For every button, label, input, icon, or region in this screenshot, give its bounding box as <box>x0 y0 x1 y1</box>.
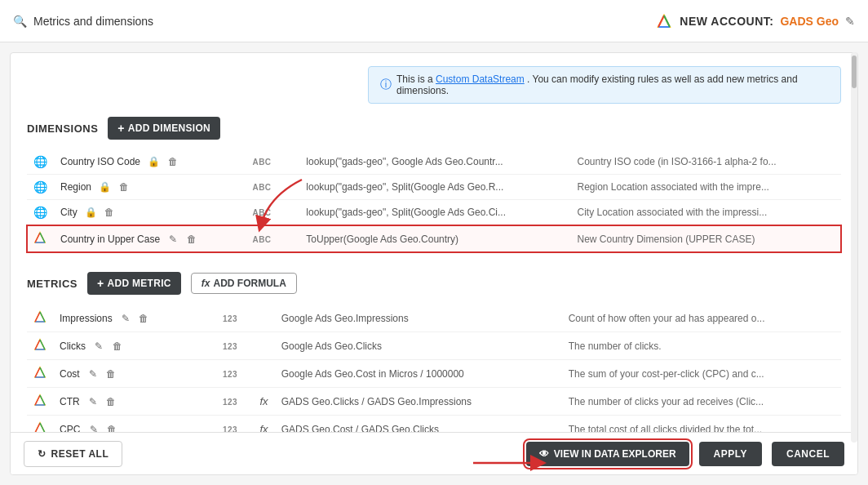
globe-icon: 🌐 <box>33 180 47 194</box>
globe-icon: 🌐 <box>33 155 47 168</box>
top-bar: 🔍 Metrics and dimensions NEW ACCOUNT: GA… <box>0 0 868 42</box>
type-badge: ABC <box>252 183 271 192</box>
trash-icon[interactable]: 🗑 <box>104 394 117 409</box>
trash-icon[interactable]: 🗑 <box>111 339 124 354</box>
svg-marker-9 <box>35 312 45 322</box>
add-metric-button[interactable]: + ADD METRIC <box>87 272 181 295</box>
main-content: ⓘ This is a Custom DataStream . You can … <box>10 52 858 475</box>
top-bar-left: 🔍 Metrics and dimensions <box>13 15 153 28</box>
trash-icon[interactable]: 🗑 <box>185 232 198 247</box>
description-text: Region Location associated with the impr… <box>577 181 768 193</box>
description-text: Count of how often your ad has appeared … <box>569 313 765 324</box>
analytics-row-icon <box>33 366 46 379</box>
description-text: City Location associated with the impres… <box>577 207 767 218</box>
description-text: Country ISO code (in ISO-3166-1 alpha-2 … <box>577 156 776 167</box>
info-text: This is a Custom DataStream . You can mo… <box>396 73 829 96</box>
formula-text: GADS Geo.Clicks / GADS Geo.Impressions <box>281 396 472 407</box>
plus-icon: + <box>117 122 124 135</box>
table-row: 🌐 Region 🔒 🗑 ABC lookup("gads-geo", Spli… <box>27 175 841 200</box>
edit-icon[interactable]: ✎ <box>87 367 99 381</box>
dimension-name: City <box>60 207 78 218</box>
table-row: CTR ✎ 🗑 123 fx GADS Geo.Clicks / GADS Ge… <box>27 388 841 416</box>
add-formula-button[interactable]: fx ADD FORMULA <box>191 273 297 294</box>
svg-line-7 <box>35 233 40 242</box>
account-label: NEW ACCOUNT: <box>680 15 773 28</box>
analytics-logo-icon <box>655 12 673 30</box>
description-text: The number of clicks your ad receives (C… <box>569 396 764 407</box>
analytics-row-icon <box>33 394 46 407</box>
type-badge: 123 <box>223 314 237 323</box>
eye-icon: 👁 <box>539 448 549 460</box>
plus-icon: + <box>97 277 104 290</box>
trash-icon[interactable]: 🗑 <box>103 205 116 220</box>
svg-line-23 <box>35 395 40 405</box>
table-row: Clicks ✎ 🗑 123 Google Ads Geo.Clicks The… <box>27 332 841 360</box>
formula-text: GADS Geo.Cost / GADS Geo.Clicks <box>281 424 439 433</box>
top-bar-right: NEW ACCOUNT: GADS Geo ✎ <box>655 12 855 30</box>
svg-line-28 <box>40 423 45 432</box>
content-area: ⓘ This is a Custom DataStream . You can … <box>11 53 857 432</box>
apply-button[interactable]: APPLY <box>699 442 762 466</box>
metric-name: Cost <box>60 368 80 380</box>
edit-icon[interactable]: ✎ <box>88 422 100 433</box>
trash-icon[interactable]: 🗑 <box>166 154 179 169</box>
metric-name: Impressions <box>60 313 113 324</box>
svg-line-19 <box>35 367 40 377</box>
formula-text: Google Ads Geo.Cost in Micros / 1000000 <box>281 368 464 380</box>
description-text: The total cost of all clicks divided by … <box>569 424 762 433</box>
svg-line-12 <box>40 312 45 322</box>
type-badge: ABC <box>252 235 271 244</box>
custom-datastream-link[interactable]: Custom DataStream <box>436 73 525 85</box>
reset-all-button[interactable]: ↻ RESET ALL <box>24 441 122 467</box>
table-row: 🌐 City 🔒 🗑 ABC lookup("gads-geo", Split(… <box>27 200 841 225</box>
scrollbar[interactable] <box>851 52 857 443</box>
analytics-row-icon <box>33 421 46 432</box>
dimension-name: Country ISO Code <box>60 156 140 167</box>
type-badge: 123 <box>223 370 237 379</box>
analytics-row-icon <box>33 231 46 244</box>
country-upper-case-row: Country in Upper Case ✎ 🗑 ABC ToUpper(Go… <box>27 225 841 253</box>
metrics-title: METRICS <box>27 278 78 290</box>
svg-line-4 <box>664 16 670 27</box>
trash-icon[interactable]: 🗑 <box>104 367 117 381</box>
metric-name: CPC <box>60 424 80 433</box>
edit-icon[interactable]: ✎ <box>120 311 131 326</box>
add-dimension-button[interactable]: + ADD DIMENSION <box>108 117 220 140</box>
type-badge: 123 <box>223 342 237 351</box>
svg-marker-21 <box>35 395 45 405</box>
fx-icon: fx <box>202 278 210 289</box>
edit-icon[interactable]: ✎ <box>87 394 99 409</box>
table-row: Impressions ✎ 🗑 123 Google Ads Geo.Impre… <box>27 305 841 332</box>
metrics-table: Impressions ✎ 🗑 123 Google Ads Geo.Impre… <box>27 305 841 432</box>
metric-name: Clicks <box>60 340 86 352</box>
metrics-section: METRICS + ADD METRIC fx ADD FORMULA <box>27 272 841 432</box>
globe-icon: 🌐 <box>33 206 47 219</box>
view-in-data-explorer-button[interactable]: 👁 VIEW IN DATA EXPLORER <box>526 442 689 466</box>
type-badge: ABC <box>252 158 271 167</box>
dimension-name: Region <box>60 181 91 193</box>
type-badge: 123 <box>223 425 237 433</box>
account-name: GADS Geo <box>780 15 839 28</box>
svg-marker-5 <box>35 233 45 242</box>
svg-line-11 <box>35 312 40 322</box>
type-badge: ABC <box>252 208 271 217</box>
svg-line-16 <box>40 340 45 349</box>
edit-icon[interactable]: ✎ <box>167 232 179 247</box>
lock-icon: 🔒 <box>99 181 111 193</box>
svg-line-8 <box>40 233 45 242</box>
description-text: The sum of your cost-per-click (CPC) and… <box>569 368 764 380</box>
trash-icon[interactable]: 🗑 <box>137 311 150 326</box>
edit-icon[interactable]: ✎ <box>93 339 104 354</box>
footer-right: 👁 VIEW IN DATA EXPLORER APPLY CANCEL <box>526 442 844 466</box>
svg-line-15 <box>35 340 40 349</box>
refresh-icon: ↻ <box>38 448 46 460</box>
analytics-row-icon <box>33 338 46 351</box>
trash-icon[interactable]: 🗑 <box>117 180 131 194</box>
cancel-button[interactable]: CANCEL <box>772 442 844 466</box>
scrollbar-thumb <box>852 56 857 88</box>
svg-line-27 <box>35 423 40 432</box>
trash-icon[interactable]: 🗑 <box>105 422 118 433</box>
page-title: Metrics and dimensions <box>33 15 153 28</box>
edit-account-icon[interactable]: ✎ <box>845 15 855 28</box>
dimensions-title: DIMENSIONS <box>27 122 98 135</box>
